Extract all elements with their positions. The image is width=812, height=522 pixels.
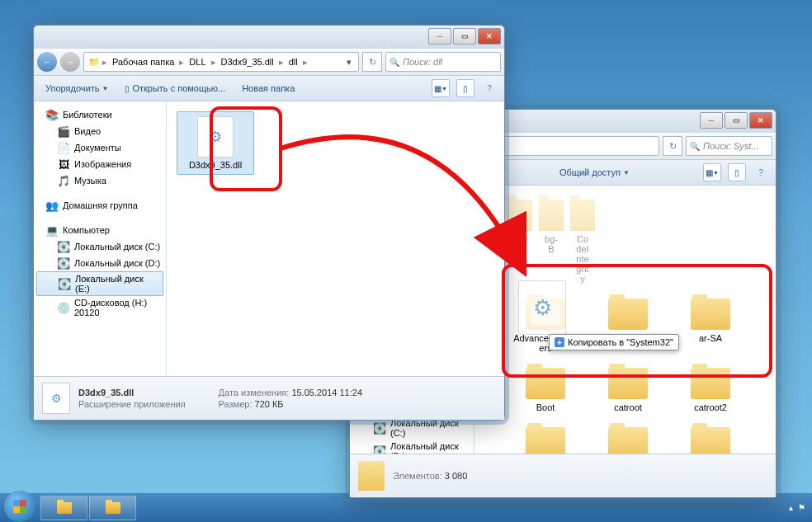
view-button[interactable]: ▦▼ [703, 163, 721, 181]
nav-libraries[interactable]: 📚Библиотеки [34, 106, 166, 123]
open-with-button[interactable]: ▯Открыть с помощью... [120, 80, 230, 96]
dll-file-icon [42, 383, 70, 414]
folder-icon [608, 368, 648, 399]
folder-item[interactable]: bg-B [539, 195, 564, 288]
file-name: D3dx9_35.dll [189, 160, 242, 170]
toolbar: Упорядочить▼ ▯Открыть с помощью... Новая… [34, 76, 504, 101]
maximize-button[interactable]: ▭ [725, 112, 748, 129]
folder-icon [358, 461, 385, 491]
preview-pane-button[interactable]: ▯ [456, 79, 474, 97]
documents-icon: 📄 [57, 141, 70, 154]
details-pane: D3dx9_35.dll Расширение приложения Дата … [34, 376, 504, 420]
nav-music[interactable]: 🎵Музыка [34, 172, 166, 189]
folder-icon [691, 368, 730, 399]
drive-icon: 💽 [58, 277, 71, 290]
drive-icon: 💽 [373, 421, 386, 435]
folder-name: 0409 [512, 234, 528, 254]
images-icon: 🖼 [57, 158, 70, 171]
music-icon: 🎵 [57, 174, 70, 187]
nav-pane: 📚Библиотеки 🎬Видео 📄Документы 🖼Изображен… [34, 101, 167, 376]
nav-drive-c[interactable]: 💽Локальный диск (C:) [34, 238, 166, 255]
new-folder-button[interactable]: Новая папка [237, 80, 300, 96]
titlebar: ─ ▭ ✕ [34, 26, 504, 49]
back-button[interactable]: ← [37, 52, 57, 72]
flag-icon[interactable]: ⚑ [798, 503, 805, 512]
address-bar[interactable]: 📁 ▸ Рабочая папка▸ DLL▸ D3dx9_35.dll▸ dl… [83, 52, 359, 72]
organize-button[interactable]: Упорядочить▼ [40, 80, 113, 96]
drive-icon: 💽 [57, 240, 70, 253]
folder-icon [508, 200, 532, 231]
folder-name: CodeIntegrity [574, 234, 591, 284]
close-button[interactable]: ✕ [749, 112, 772, 129]
folder-icon [570, 200, 595, 231]
folder-item[interactable]: com [508, 423, 583, 454]
nav-computer[interactable]: 💻Компьютер [34, 222, 166, 238]
folder-icon [106, 502, 120, 514]
forward-button[interactable]: → [60, 52, 80, 72]
breadcrumb[interactable]: dll [286, 57, 301, 67]
folder-item[interactable]: ar-SA [673, 294, 748, 357]
start-button[interactable] [4, 491, 35, 522]
folder-item[interactable]: catroot [590, 364, 666, 416]
folder-icon [691, 299, 730, 330]
folder-icon [526, 427, 565, 454]
video-icon: 🎬 [57, 125, 70, 138]
preview-pane-button[interactable]: ▯ [728, 163, 746, 181]
help-button[interactable]: ? [481, 80, 498, 96]
dll-file-icon [197, 116, 234, 158]
taskbar-item-explorer[interactable] [40, 496, 87, 520]
system-tray[interactable]: ▴⚑ [789, 493, 805, 522]
folder-name: catroot2 [694, 402, 727, 412]
details-filetype: Расширение приложения [78, 399, 186, 409]
folder-item[interactable]: config [590, 423, 666, 454]
dll-file-icon [518, 280, 566, 335]
status-bar: Элементов: 3 080 [350, 454, 776, 497]
nav-video[interactable]: 🎬Видео [34, 123, 166, 139]
maximize-button[interactable]: ▭ [453, 28, 476, 45]
refresh-button[interactable]: ↻ [663, 136, 682, 156]
nav-drive-d[interactable]: 💽Локальный диск (D:) [34, 255, 166, 271]
folder-icon [526, 368, 565, 399]
nav-cd-drive[interactable]: 💿CD-дисковод (H:) 20120 [34, 296, 166, 319]
folder-content[interactable]: D3dx9_35.dll [167, 101, 504, 376]
folder-item[interactable]: CodeIntegrity [570, 195, 595, 288]
nav-homegroup[interactable]: 👥Домашняя группа [34, 197, 166, 214]
file-item-dll[interactable]: D3dx9_35.dll [177, 111, 254, 175]
view-button[interactable]: ▦▼ [432, 79, 450, 97]
nav-drive-e[interactable]: 💽Локальный диск (E:) [36, 271, 163, 296]
folder-icon [57, 502, 72, 514]
details-filename: D3dx9_35.dll [78, 388, 186, 397]
drag-tooltip: + Копировать в "System32" [549, 334, 679, 350]
breadcrumb[interactable]: D3dx9_35.dll [218, 57, 277, 67]
address-dropdown[interactable]: ▾ [343, 57, 355, 68]
folder-item[interactable]: Boot [508, 364, 583, 416]
search-input[interactable]: Поиск: Syst... [686, 136, 772, 156]
folder-item[interactable]: catroot2 [673, 364, 748, 416]
cd-icon: 💿 [57, 301, 70, 314]
breadcrumb[interactable]: DLL [186, 57, 209, 67]
tray-arrow-icon[interactable]: ▴ [789, 503, 793, 512]
folder-name: catroot [614, 402, 642, 412]
nav-documents[interactable]: 📄Документы [34, 139, 166, 156]
folder-icon: 📁 [87, 55, 101, 68]
folder-icon [539, 200, 564, 231]
refresh-button[interactable]: ↻ [362, 52, 382, 72]
search-input[interactable]: Поиск: dll [385, 52, 501, 72]
minimize-button[interactable]: ─ [428, 28, 451, 45]
nav-images[interactable]: 🖼Изображения [34, 156, 166, 172]
close-button[interactable]: ✕ [478, 28, 501, 45]
explorer-window-dll: ─ ▭ ✕ ← → 📁 ▸ Рабочая папка▸ DLL▸ D3dx9_… [33, 25, 505, 421]
folder-item[interactable]: 0409 [508, 195, 532, 288]
folder-item[interactable]: cs-CZ [673, 423, 748, 454]
drive-icon: 💽 [57, 256, 70, 270]
nav-bar: ← → 📁 ▸ Рабочая папка▸ DLL▸ D3dx9_35.dll… [34, 49, 504, 76]
breadcrumb[interactable]: Рабочая папка [109, 57, 177, 67]
taskbar-item-explorer[interactable] [89, 496, 136, 520]
minimize-button[interactable]: ─ [700, 112, 723, 129]
nav-drive-d[interactable]: 💽Локальный диск (D:) [350, 440, 474, 454]
share-button[interactable]: Общий доступ▼ [555, 164, 635, 181]
homegroup-icon: 👥 [45, 199, 59, 212]
folder-icon [608, 427, 648, 454]
folder-name: Boot [536, 402, 555, 412]
help-button[interactable]: ? [753, 164, 769, 181]
